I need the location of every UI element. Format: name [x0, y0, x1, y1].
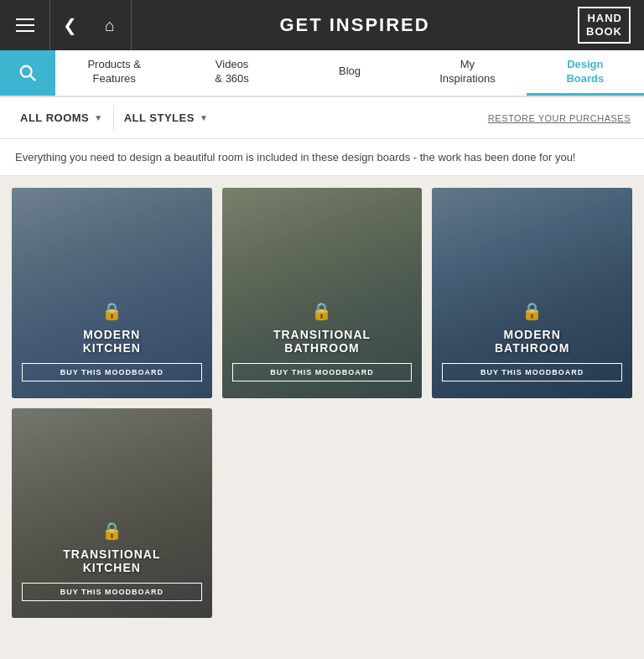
nav-item-design-boards[interactable]: DesignBoards [527, 50, 644, 96]
rooms-filter[interactable]: ALL ROOMS ▼ [13, 112, 110, 124]
cards-grid: 🔒 MODERNKITCHEN BUY THIS MOODBOARD 🔒 TRA… [0, 176, 644, 630]
buy-transitional-kitchen-button[interactable]: BUY THIS MOODBOARD [22, 583, 202, 601]
styles-filter[interactable]: ALL STYLES ▼ [117, 112, 216, 124]
lock-icon: 🔒 [522, 301, 543, 321]
menu-button[interactable] [0, 0, 50, 50]
lock-icon: 🔒 [101, 521, 122, 541]
card-transitional-bathroom[interactable]: 🔒 TRANSITIONALBATHROOM BUY THIS MOODBOAR… [222, 188, 423, 398]
card-content: 🔒 MODERNBATHROOM BUY THIS MOODBOARD [432, 301, 632, 381]
page-title: GET INSPIRED [132, 14, 578, 36]
lock-icon: 🔒 [101, 301, 122, 321]
navigation-bar: Products &Features Videos& 360s Blog MyI… [0, 50, 644, 97]
card-title-transitional-kitchen: TRANSITIONALKITCHEN [63, 547, 160, 574]
nav-item-inspirations[interactable]: MyInspirations [408, 50, 526, 96]
card-title-modern-kitchen: MODERNKITCHEN [83, 328, 141, 355]
filter-divider [113, 106, 114, 131]
nav-item-blog[interactable]: Blog [291, 50, 408, 96]
buy-modern-bathroom-button[interactable]: BUY THIS MOODBOARD [442, 363, 622, 381]
card-title-modern-bathroom: MODERNBATHROOM [495, 328, 569, 355]
back-icon: ❮ [63, 15, 77, 35]
card-content: 🔒 MODERNKITCHEN BUY THIS MOODBOARD [12, 301, 212, 381]
svg-line-1 [30, 75, 35, 80]
card-title-transitional-bathroom: TRANSITIONALBATHROOM [273, 328, 371, 355]
card-modern-kitchen[interactable]: 🔒 MODERNKITCHEN BUY THIS MOODBOARD [12, 188, 212, 398]
svg-point-0 [21, 66, 32, 77]
restore-purchases-link[interactable]: RESTORE YOUR PURCHASES [488, 113, 631, 123]
description-text: Everything you need to design a beautifu… [0, 139, 644, 176]
search-button[interactable] [0, 50, 55, 96]
buy-transitional-bathroom-button[interactable]: BUY THIS MOODBOARD [232, 363, 413, 381]
app-logo: HAND BOOK [578, 7, 631, 43]
card-content: 🔒 TRANSITIONALKITCHEN BUY THIS MOODBOARD [12, 521, 212, 601]
card-transitional-kitchen[interactable]: 🔒 TRANSITIONALKITCHEN BUY THIS MOODBOARD [12, 408, 212, 619]
header: ❮ ⌂ GET INSPIRED HAND BOOK [0, 0, 644, 50]
nav-item-videos[interactable]: Videos& 360s [173, 50, 290, 96]
card-content: 🔒 TRANSITIONALBATHROOM BUY THIS MOODBOAR… [222, 301, 423, 381]
back-button[interactable]: ❮ [50, 0, 89, 50]
nav-items: Products &Features Videos& 360s Blog MyI… [55, 50, 644, 96]
styles-chevron-icon: ▼ [200, 113, 208, 122]
bottom-area [0, 630, 644, 659]
filters-bar: ALL ROOMS ▼ ALL STYLES ▼ RESTORE YOUR PU… [0, 97, 644, 139]
card-modern-bathroom[interactable]: 🔒 MODERNBATHROOM BUY THIS MOODBOARD [432, 188, 632, 398]
search-icon [18, 64, 37, 82]
buy-modern-kitchen-button[interactable]: BUY THIS MOODBOARD [22, 363, 202, 381]
header-left-controls: ❮ ⌂ [0, 0, 132, 50]
hamburger-icon [16, 18, 34, 32]
rooms-chevron-icon: ▼ [94, 113, 102, 122]
nav-item-products[interactable]: Products &Features [55, 50, 173, 96]
home-button[interactable]: ⌂ [89, 0, 131, 50]
lock-icon: 🔒 [311, 301, 332, 321]
home-icon: ⌂ [105, 16, 115, 35]
